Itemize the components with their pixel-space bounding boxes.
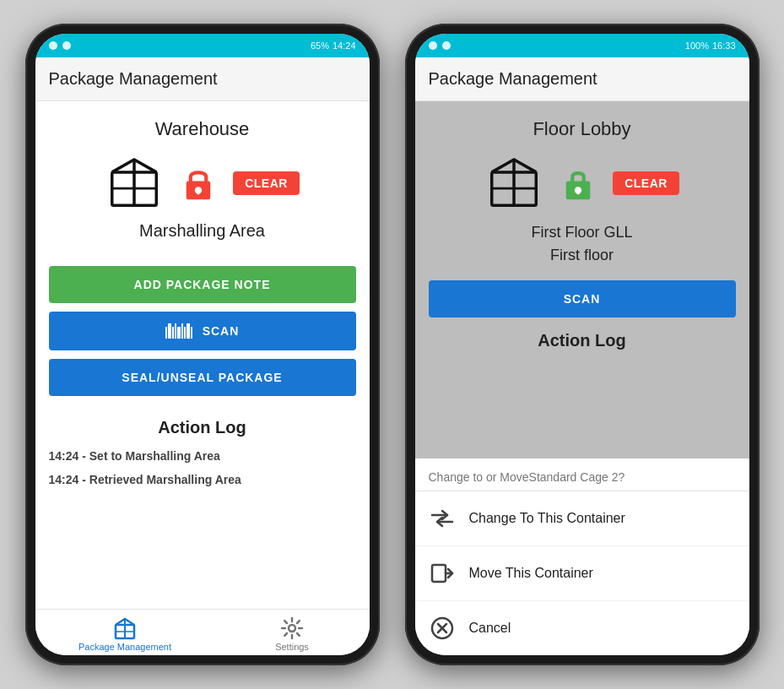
dialog-option-change[interactable]: Change To This Container <box>415 491 749 546</box>
clear-button-1[interactable]: CLEAR <box>233 171 300 195</box>
app-header-1: Package Management <box>35 57 370 101</box>
phone-2-screen: 100% 16:33 Package Management Floor Lobb… <box>415 34 749 655</box>
clock-2: 16:33 <box>712 41 736 51</box>
svg-rect-5 <box>197 190 199 194</box>
log-text-1: Set to Marshalling Area <box>89 449 220 463</box>
bottom-nav-1: Package Management Settings <box>35 609 370 655</box>
phone-2: 100% 16:33 Package Management Floor Lobb… <box>405 24 760 665</box>
phone-1-screen: 65% 14:24 Package Management Warehouse <box>35 34 370 655</box>
wifi-icon <box>62 41 71 50</box>
status-bar-2-left <box>429 41 451 50</box>
location-name-1: Warehouse <box>49 118 356 140</box>
status-bar-1: 65% 14:24 <box>35 34 370 57</box>
package-nav-icon <box>113 616 137 640</box>
clock: 14:24 <box>333 41 356 51</box>
dialog-overlay: Change to or MoveStandard Cage 2? Change… <box>415 458 749 655</box>
change-icon <box>429 505 456 532</box>
barcode-icon <box>165 323 192 339</box>
action-buttons-1: ADD PACKAGE NOTE SCAN SEA <box>35 266 370 410</box>
scan-btn-wrapper: SCAN <box>429 267 736 317</box>
icons-row-1: CLEAR <box>49 154 356 213</box>
sublocation-detail-2: First Floor GLL First floor <box>429 221 736 267</box>
location-section-1: Warehouse <box>35 101 370 266</box>
action-log-section-1: Action Log 14:24 - Set to Marshalling Ar… <box>35 410 370 505</box>
lock-icon-red <box>181 165 216 201</box>
app-content-1: Warehouse <box>35 101 370 609</box>
dialog-move-label: Move This Container <box>469 566 593 581</box>
phone-1: 65% 14:24 Package Management Warehouse <box>25 24 380 665</box>
battery-level: 65% <box>311 41 329 51</box>
page-title-1: Package Management <box>49 69 356 89</box>
lock-icon-green <box>560 165 596 201</box>
log-time-2: 14:24 <box>49 473 79 486</box>
action-log-header-2: Action Log <box>429 317 736 350</box>
volume-icon <box>49 41 57 50</box>
scan-label-1: SCAN <box>203 324 240 338</box>
seal-unseal-button[interactable]: SEAL/UNSEAL PACKAGE <box>49 359 356 396</box>
scan-button-1[interactable]: SCAN <box>49 312 356 350</box>
svg-rect-15 <box>576 190 579 194</box>
svg-rect-18 <box>432 565 446 582</box>
action-log-title-1: Action Log <box>49 418 356 437</box>
dialog-question: Change to or MoveStandard Cage 2? <box>415 458 749 491</box>
dialog-change-label: Change To This Container <box>469 511 625 526</box>
cancel-icon <box>429 615 456 642</box>
nav-label-settings: Settings <box>275 642 309 652</box>
sublocation-name-2: First Floor GLL <box>429 221 736 244</box>
nav-package-management[interactable]: Package Management <box>78 616 171 652</box>
log-time-1: 14:24 <box>49 449 79 463</box>
log-entry-2: 14:24 - Retrieved Marshalling Area <box>49 473 356 486</box>
package-icon-1 <box>105 154 164 213</box>
package-icon-2 <box>484 154 543 213</box>
log-text-2: Retrieved Marshalling Area <box>89 473 241 486</box>
action-log-title-2: Action Log <box>429 331 736 350</box>
dialog-option-cancel[interactable]: Cancel <box>415 601 749 655</box>
icons-row-2: CLEAR <box>429 154 736 213</box>
scan-button-2[interactable]: SCAN <box>429 280 736 317</box>
log-separator-2: - <box>82 473 89 486</box>
status-bar-right: 65% 14:24 <box>311 41 356 51</box>
settings-nav-icon <box>280 616 304 640</box>
svg-point-9 <box>289 625 295 632</box>
location-section-2: Floor Lobby <box>429 118 736 267</box>
status-bar-2-right: 100% 16:33 <box>685 41 736 51</box>
log-separator-1: - <box>82 449 89 463</box>
phone2-content: Floor Lobby <box>415 101 749 655</box>
status-bar-2: 100% 16:33 <box>415 34 749 57</box>
dialog-cancel-label: Cancel <box>469 621 511 636</box>
page-title-2: Package Management <box>429 69 736 89</box>
add-package-note-button[interactable]: ADD PACKAGE NOTE <box>49 266 356 303</box>
app-header-2: Package Management <box>415 57 749 101</box>
nav-label-package: Package Management <box>78 642 171 652</box>
status-bar-left-icons <box>49 41 71 50</box>
location-name-2: Floor Lobby <box>429 118 736 140</box>
sublocation-name-1: Marshalling Area <box>49 221 356 241</box>
phone2-main: Floor Lobby <box>415 101 749 458</box>
volume-icon-2 <box>429 41 437 50</box>
log-entry-1: 14:24 - Set to Marshalling Area <box>49 449 356 463</box>
nav-settings[interactable]: Settings <box>258 616 326 652</box>
clear-button-2[interactable]: CLEAR <box>613 171 679 195</box>
wifi-icon-2 <box>442 41 451 50</box>
dialog-option-move[interactable]: Move This Container <box>415 546 749 601</box>
move-icon <box>429 560 456 587</box>
battery-level-2: 100% <box>685 41 709 51</box>
floor-name-2: First floor <box>429 244 736 267</box>
